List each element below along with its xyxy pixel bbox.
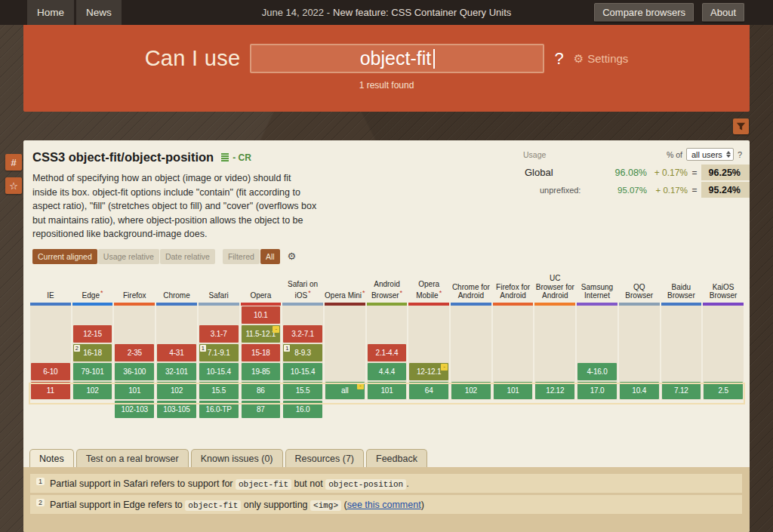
view-control-filtered[interactable]: Filtered	[223, 249, 260, 264]
support-cell[interactable]: 101	[368, 382, 407, 399]
support-cell[interactable]: 12-12.1-	[409, 363, 448, 380]
select-stepper-icon	[726, 151, 731, 158]
support-cell[interactable]: 4-16.0	[577, 363, 617, 380]
browser-column-header: Chrome for Android	[451, 269, 491, 306]
support-cell[interactable]: 2.5	[704, 382, 743, 399]
support-cell[interactable]: 2.1-4.4	[368, 344, 407, 361]
top-navigation: Home News June 14, 2022 - New feature: C…	[0, 0, 773, 25]
usage-row-global: Global 96.08% + 0.17% = 96.25%	[514, 165, 750, 180]
support-cell[interactable]: 8-9.31	[283, 344, 322, 361]
browser-column-header: Edge*	[72, 269, 113, 306]
usage-unprefixed-supported: 95.07%	[608, 186, 647, 195]
support-cell[interactable]: 7.12	[662, 382, 701, 399]
browser-column-header: Firefox	[114, 269, 155, 306]
support-cell[interactable]: 10-15.4	[283, 363, 322, 380]
gear-icon: ⚙	[574, 52, 584, 66]
support-cell[interactable]: 17.0	[577, 382, 617, 399]
usage-panel: Usage % of all users ? Global 96.08% + 0	[514, 146, 750, 199]
support-cell[interactable]: 32-101	[157, 363, 196, 380]
support-cell[interactable]: 16.0-TP	[199, 401, 239, 418]
support-cell[interactable]: 101	[115, 382, 154, 399]
table-settings-gear-icon[interactable]: ⚙	[288, 251, 297, 262]
announcement-link[interactable]: New feature: CSS Container Query Units	[333, 7, 511, 18]
view-control-current-aligned[interactable]: Current aligned	[32, 249, 97, 264]
tab-feedback[interactable]: Feedback	[366, 449, 427, 467]
tab-test-on-a-real-browser[interactable]: Test on a real browser	[76, 449, 189, 467]
settings-button[interactable]: ⚙Settings	[574, 52, 629, 66]
support-cell[interactable]: 12.12	[535, 382, 574, 399]
support-cell[interactable]: 79-101	[73, 363, 112, 380]
nav-news[interactable]: News	[76, 0, 122, 25]
browser-column-header: Safari on iOS*	[282, 269, 323, 306]
support-cell[interactable]: 15.5	[283, 382, 322, 399]
feature-search-input[interactable]: object-fit	[250, 44, 544, 73]
support-cell[interactable]: 6-10	[31, 363, 70, 380]
note-comment-link[interactable]: see this comment	[347, 500, 421, 510]
browser-column-android-browser: Android Browser*2.1-4.44.4.4101	[367, 269, 408, 419]
browser-column-baidu-browser: Baidu Browser7.12	[661, 269, 702, 419]
support-cell[interactable]: 102-103	[115, 401, 154, 418]
browser-column-header: Baidu Browser	[661, 269, 702, 306]
browser-column-header: Opera Mobile*	[408, 269, 449, 306]
browser-column-opera: Opera10.111.5-12.1-15-1819-858687	[241, 269, 282, 419]
tab-resources-7[interactable]: Resources (7)	[285, 449, 365, 467]
support-cell[interactable]: all-	[325, 382, 365, 399]
browser-column-qq-browser: QQ Browser10.4	[619, 269, 660, 419]
favorite-star-button[interactable]: ☆	[5, 177, 22, 194]
support-cell[interactable]: 102	[73, 382, 112, 399]
inline-code: object-position	[325, 479, 406, 490]
usage-row-unprefixed: unprefixed: 95.07% + 0.17% = 95.24%	[514, 182, 750, 198]
about-button[interactable]: About	[702, 3, 744, 22]
feature-panel: CSS3 object-fit/object-position - CR Met…	[23, 140, 750, 532]
support-cell[interactable]: 7.1-9.11	[199, 344, 239, 361]
support-cell[interactable]: 16-182	[73, 344, 112, 361]
support-cell[interactable]: 102	[157, 382, 196, 399]
support-cell[interactable]: 11	[31, 382, 70, 399]
support-cell[interactable]: 10.1	[242, 306, 281, 324]
support-cell[interactable]: 64	[409, 382, 448, 399]
footnote-marker: 1	[284, 345, 290, 352]
note-flag-icon: -	[273, 326, 279, 333]
support-cell[interactable]: 36-100	[115, 363, 154, 380]
support-cell[interactable]: 3.1-7	[199, 325, 239, 343]
usage-unprefixed-total: 95.24%	[701, 182, 750, 198]
usage-label: Usage	[523, 150, 546, 159]
support-cell[interactable]: 12-15	[73, 325, 112, 343]
filter-button[interactable]	[733, 118, 749, 134]
inline-code: <img>	[310, 500, 341, 511]
view-control-all[interactable]: All	[260, 249, 280, 264]
support-cell[interactable]: 11.5-12.1-	[242, 325, 281, 343]
support-cell[interactable]: 10-15.4	[199, 363, 239, 380]
support-cell[interactable]: 19-85	[242, 363, 281, 380]
footnote-number: 1	[36, 478, 45, 485]
permalink-hash-button[interactable]: #	[5, 154, 22, 171]
browser-column-safari: Safari3.1-77.1-9.1110-15.415.516.0-TP	[199, 269, 239, 419]
browser-column-header: UC Browser for Android	[534, 269, 575, 306]
search-help-button[interactable]: ?	[554, 49, 563, 69]
view-control-date-relative[interactable]: Date relative	[160, 249, 215, 264]
compare-browsers-button[interactable]: Compare browsers	[594, 3, 694, 22]
tab-known-issues-0[interactable]: Known issues (0)	[191, 449, 283, 467]
result-count: 1 result found	[23, 80, 750, 91]
support-cell[interactable]: 3.2-7.1	[283, 325, 322, 343]
support-cell[interactable]: 15.5	[199, 382, 239, 399]
support-cell[interactable]: 102	[451, 382, 491, 399]
support-cell[interactable]: 101	[494, 382, 533, 399]
support-cell[interactable]: 86	[242, 382, 281, 399]
support-cell[interactable]: 10.4	[620, 382, 659, 399]
usage-help-button[interactable]: ?	[738, 150, 742, 159]
support-cell[interactable]: 4-31	[157, 344, 196, 361]
view-control-usage-relative[interactable]: Usage relative	[98, 249, 159, 264]
support-cell[interactable]: 4.4.4	[368, 363, 407, 380]
spec-document-icon[interactable]	[221, 152, 229, 162]
search-value: object-fit	[360, 48, 431, 69]
support-cell[interactable]: 15-18	[242, 344, 281, 361]
tab-notes[interactable]: Notes	[29, 449, 74, 467]
support-cell[interactable]: 16.0	[283, 401, 322, 418]
support-cell[interactable]: 87	[242, 401, 281, 418]
usage-global-partial: + 0.17%	[647, 168, 688, 178]
nav-home[interactable]: Home	[27, 0, 74, 25]
usage-audience-select[interactable]: all users	[686, 148, 734, 161]
support-cell[interactable]: 2-35	[115, 344, 154, 361]
support-cell[interactable]: 103-105	[157, 401, 196, 418]
